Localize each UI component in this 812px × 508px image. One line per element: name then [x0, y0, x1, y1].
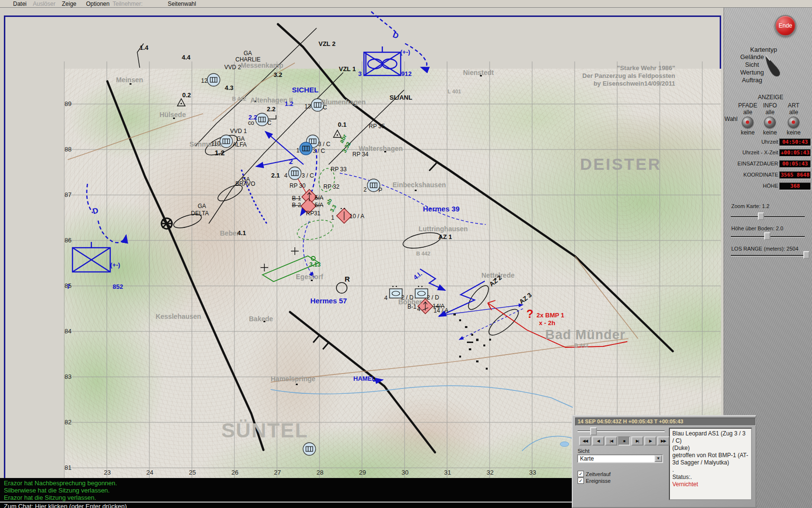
map-label: SL/ANL: [390, 94, 412, 101]
readout-row: Uhrzeit - X-Zeit+00:05:43: [724, 149, 812, 157]
map-label: Hülsede: [160, 111, 186, 119]
anzeige-knob-icon[interactable]: [742, 117, 754, 128]
grid-col-label: 27: [273, 469, 282, 476]
map-label: 4.3: [225, 85, 233, 91]
unit-platoon-icon[interactable]: [256, 113, 268, 126]
map-label: C: [267, 120, 272, 126]
unit-platoon-icon[interactable]: [300, 142, 312, 155]
slider-thumb[interactable]: [764, 232, 770, 240]
playback-button-6[interactable]: ▶▶: [657, 436, 669, 446]
grid-col-label: 30: [400, 469, 410, 476]
anzeige-knob-icon[interactable]: [788, 117, 799, 128]
anzeige-bottom-value: keine: [781, 129, 806, 136]
slider-track[interactable]: [731, 255, 805, 256]
view-dropdown-value: Karte: [580, 455, 594, 462]
unit-platoon-icon[interactable]: [289, 167, 301, 179]
grid-row-label: 81: [54, 464, 72, 471]
readout-row: EINSATZDAUER00:05:43: [724, 160, 812, 168]
event-message-box: Blau Leopard AS1 (Zug 3 / 3 / C)(Duke)ge…: [669, 428, 752, 500]
map-label: B 442: [574, 343, 588, 349]
grid-row-label: 84: [54, 328, 72, 335]
dropdown-arrow-icon[interactable]: ▼: [654, 455, 662, 462]
chat-message: Silberwiese hat die Sitzung verlassen.: [4, 487, 110, 494]
unit-hq-912-icon[interactable]: [364, 46, 401, 75]
map-label: 1: [331, 215, 334, 221]
timeline-thumb[interactable]: [590, 427, 597, 435]
map-label: B-2: [292, 202, 301, 209]
menu-item-seitenwahl[interactable]: Seitenwahl: [168, 0, 196, 7]
anzeige-knob-icon[interactable]: [764, 117, 776, 128]
map-label: (+-): [400, 49, 410, 56]
playback-button-2[interactable]: |◀: [605, 436, 617, 446]
view-dropdown[interactable]: Karte ▼: [577, 454, 663, 463]
map-label: 1.2: [215, 149, 225, 157]
map-label: 5/A: [315, 202, 323, 209]
op-triangle-02-icon: [177, 99, 185, 106]
menu-item-auslser: Auslöser: [33, 0, 56, 7]
playback-header: 14 SEP 04:50:43Z H +00:05:43 T +00:05:43: [575, 418, 756, 426]
unit-armor-2d-2-icon[interactable]: [415, 286, 428, 298]
road-b442: [213, 63, 295, 121]
anzeige-bottom-value: keine: [735, 129, 760, 136]
unit-platoon-icon[interactable]: [303, 443, 316, 455]
az3-ellipse: [485, 305, 522, 339]
map-label: 2 / D: [427, 295, 439, 301]
map-label: 3.2: [274, 72, 282, 78]
playback-button-1[interactable]: ◀: [592, 436, 604, 446]
playback-button-0[interactable]: ◀◀: [579, 436, 591, 446]
checkbox-icon[interactable]: ✓: [578, 478, 584, 484]
map-label: 1.4: [140, 45, 148, 51]
readout-label: HÖHE: [763, 183, 778, 189]
chat-prompt[interactable]: Zum Chat: Hier klicken (oder Enter drück…: [4, 503, 127, 508]
menu-item-datei[interactable]: Datei: [13, 0, 27, 7]
unit-hq-852-icon[interactable]: [72, 242, 110, 272]
grid-col-label: 26: [230, 469, 240, 476]
map-label: 10 / A: [349, 213, 364, 220]
map-label: 0.2: [182, 92, 191, 99]
map-label: SÜNTEL: [221, 420, 308, 441]
menu-item-optionen[interactable]: Optionen: [86, 0, 110, 7]
dot: [341, 208, 342, 209]
playback-button-5[interactable]: ▶: [644, 436, 656, 446]
map-label: Hamelspringe: [271, 375, 316, 383]
green-dashed-ellipse-1: [295, 217, 335, 243]
map-label: Luttringhausen: [419, 225, 468, 233]
ende-button[interactable]: Ende: [775, 15, 796, 36]
map-label: 2x BMP 1: [536, 312, 565, 319]
anzeige-name: PFADE: [735, 102, 760, 109]
slider-track[interactable]: [731, 236, 805, 238]
timeline-slider[interactable]: [578, 431, 665, 432]
checkbox-zeitverlauf[interactable]: ✓Zeitverlauf: [578, 471, 610, 477]
menu-bar: DateiAuslöserZeigeOptionenTeilnehmer:Sei…: [0, 0, 812, 8]
map-label: Bad Münder: [545, 328, 625, 342]
checkbox-icon[interactable]: ✓: [578, 471, 584, 477]
checkbox-ereignisse[interactable]: ✓Ereignisse: [578, 478, 610, 484]
grid-col-label: 28: [315, 469, 325, 476]
unit-armor-2d-1-icon[interactable]: [390, 286, 402, 298]
playback-button-3[interactable]: ■: [618, 436, 630, 446]
grid-col-label: 25: [188, 469, 197, 476]
map-label: 3: [358, 71, 362, 77]
readout-label: Uhrzeit - X-Zeit: [742, 149, 778, 155]
map-label: B 442: [416, 251, 430, 257]
map-label: 1: [296, 148, 300, 154]
grid-row-label: 89: [54, 100, 72, 107]
playback-button-4[interactable]: ▶|: [631, 436, 643, 446]
phase-line-II-ticks: [313, 336, 329, 349]
menu-item-zeige[interactable]: Zeige: [62, 0, 76, 7]
map-label: DELTA: [191, 210, 209, 217]
chat-area: Zum Chat: Hier klicken (oder Enter drück…: [0, 478, 572, 508]
anzeige-column-art: ARTallekeine: [781, 102, 806, 136]
slider-thumb[interactable]: [803, 251, 810, 259]
map-label: 3 / C: [302, 173, 314, 179]
selector-knob-icon[interactable]: [764, 54, 784, 77]
slider-thumb[interactable]: [758, 212, 764, 220]
grid-col-label: 29: [358, 469, 367, 476]
map-label: Messenkamp: [241, 62, 283, 69]
unit-platoon-icon[interactable]: [207, 74, 220, 86]
event-message-line: Status:.: [672, 474, 749, 481]
map-label: HAMEL: [353, 375, 376, 382]
slider-track[interactable]: [731, 216, 805, 218]
map-label: Einbeckshausen: [392, 181, 446, 189]
kartentyp-option-auftrag[interactable]: Auftrag: [724, 76, 781, 84]
